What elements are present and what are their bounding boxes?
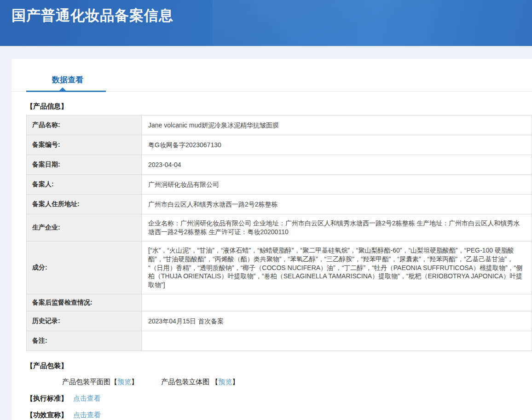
tab-data-view[interactable]: 数据查看: [52, 75, 83, 91]
bracket-right: 】: [232, 378, 239, 385]
efficacy-claim-label: 【功效宣称】: [26, 411, 68, 419]
tab-bar: 数据查看: [12, 59, 532, 92]
row-value-manufacturer: 企业名称：广州润研化妆品有限公司 企业地址：广州市白云区人和镇秀水塘西一路2号2…: [142, 214, 532, 242]
row-label-registrant-address: 备案人住所地址:: [27, 195, 142, 214]
tab-active-indicator: [26, 91, 106, 92]
packaging-row: 产品包装平面图【预览】 产品包装立体图 【预览】: [62, 378, 532, 386]
packaging-flat-image-preview-link[interactable]: 预览: [117, 378, 131, 385]
row-label-registration-date: 备案日期:: [27, 155, 142, 175]
page-main: 数据查看 【产品信息】 产品名称: Jane volcanic mud妍泥冷泉冰…: [0, 46, 532, 420]
packaging-3d-image-item: 产品包装立体图 【预览】: [161, 378, 239, 385]
table-row: 备案人: 广州润研化妆品有限公司: [27, 175, 532, 195]
efficacy-claim-row: 【功效宣称】点击查看: [26, 411, 532, 420]
table-row: 备案后监督检查情况:: [27, 294, 532, 311]
table-row: 历史记录: 2023年04月15日 首次备案: [27, 311, 532, 331]
row-label-history: 历史记录:: [27, 311, 142, 331]
row-value-ingredients: [“水”，“火山泥”，“甘油”，“液体石蜡”，“鲸蜡硬脂醇”，“聚二甲基硅氧烷”…: [142, 241, 532, 294]
row-label-ingredients: 成分:: [27, 241, 142, 294]
execution-standard-row: 【执行标准】点击查看: [26, 394, 532, 403]
bracket-left: 【: [110, 378, 117, 385]
execution-standard-view-link[interactable]: 点击查看: [73, 394, 101, 402]
table-row: 生产企业: 企业名称：广州润研化妆品有限公司 企业地址：广州市白云区人和镇秀水塘…: [27, 214, 532, 242]
packaging-flat-image-item: 产品包装平面图【预览】: [62, 378, 140, 385]
row-value-product-name: Jane volcanic mud妍泥冷泉冰泥精华抗皱面膜: [142, 115, 532, 135]
table-row: 备案日期: 2023-04-04: [27, 155, 532, 175]
page-header: 国产普通化妆品备案信息: [0, 0, 532, 46]
section-product-info-title: 【产品信息】: [26, 102, 532, 111]
row-value-supervision-check: [142, 294, 532, 311]
tab-data-view-label: 数据查看: [52, 75, 83, 84]
execution-standard-label: 【执行标准】: [26, 394, 68, 402]
row-value-remarks: [142, 331, 532, 351]
row-label-registration-number: 备案编号:: [27, 135, 142, 155]
row-label-supervision-check: 备案后监督检查情况:: [27, 294, 142, 311]
table-row: 备案编号: 粤G妆网备字2023067130: [27, 135, 532, 155]
row-label-manufacturer: 生产企业:: [27, 214, 142, 242]
packaging-3d-image-label: 产品包装立体图: [161, 378, 211, 385]
packaging-3d-image-preview-link[interactable]: 预览: [218, 378, 232, 385]
row-label-remarks: 备注:: [27, 331, 142, 351]
product-info-table: 产品名称: Jane volcanic mud妍泥冷泉冰泥精华抗皱面膜 备案编号…: [26, 115, 532, 351]
table-row: 备案人住所地址: 广州市白云区人和镇秀水塘西一路2号2栋整栋: [27, 195, 532, 214]
table-row: 产品名称: Jane volcanic mud妍泥冷泉冰泥精华抗皱面膜: [27, 115, 532, 135]
page-title: 国产普通化妆品备案信息: [12, 6, 532, 25]
section-packaging-title: 【产品包装】: [26, 362, 532, 370]
table-row: 成分: [“水”，“火山泥”，“甘油”，“液体石蜡”，“鲸蜡硬脂醇”，“聚二甲基…: [27, 241, 532, 294]
row-label-registrant: 备案人:: [27, 175, 142, 195]
row-value-registration-number: 粤G妆网备字2023067130: [142, 135, 532, 155]
table-row: 备注:: [27, 331, 532, 351]
row-value-registrant-address: 广州市白云区人和镇秀水塘西一路2号2栋整栋: [142, 195, 532, 214]
efficacy-claim-view-link[interactable]: 点击查看: [73, 411, 101, 419]
row-value-history: 2023年04月15日 首次备案: [142, 311, 532, 331]
row-value-registration-date: 2023-04-04: [142, 155, 532, 175]
bracket-left: 【: [211, 378, 218, 385]
packaging-flat-image-label: 产品包装平面图: [62, 378, 110, 385]
row-value-registrant: 广州润研化妆品有限公司: [142, 175, 532, 195]
bracket-right: 】: [131, 378, 138, 385]
row-label-product-name: 产品名称:: [27, 115, 142, 135]
content-card: 数据查看 【产品信息】 产品名称: Jane volcanic mud妍泥冷泉冰…: [12, 59, 532, 420]
